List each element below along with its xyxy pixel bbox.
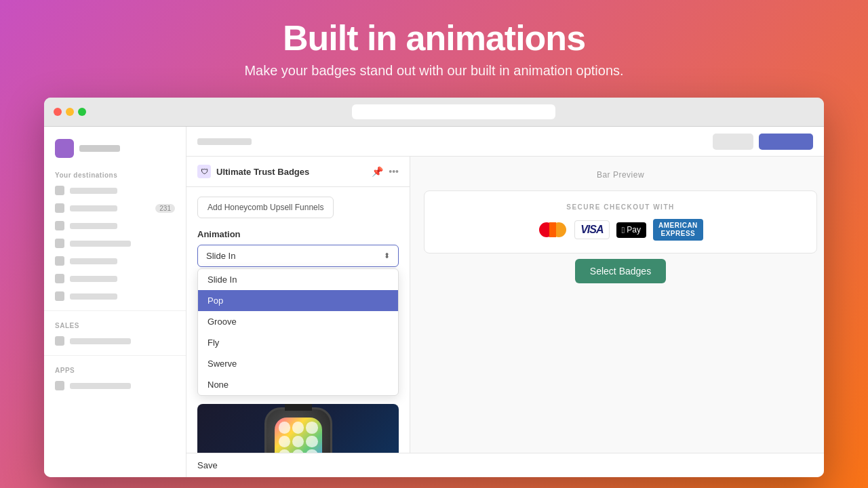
traffic-light-red[interactable] — [54, 108, 62, 116]
sidebar-label-content — [70, 258, 117, 264]
pin-icon[interactable]: 📌 — [372, 166, 383, 177]
app-icon — [55, 381, 64, 390]
content-area: 🛡 Ultimate Trust Badges 📌 ••• Add Honeyc… — [186, 157, 824, 453]
animation-select[interactable]: Slide In ⬍ — [197, 245, 399, 267]
content-icon — [55, 256, 64, 266]
product-section: Sell more with Honeycomb Upsell Funnels. — [186, 404, 410, 453]
sidebar-label-analytics — [70, 293, 117, 300]
browser-window: Your destinations 231 — [44, 98, 824, 477]
header-title — [197, 138, 252, 145]
sidebar-label-customers — [70, 241, 131, 247]
traffic-light-green[interactable] — [78, 108, 86, 116]
select-wrapper: Slide In ⬍ Slide In Pop Groove Fly Swerv… — [197, 245, 399, 267]
sidebar-section-destinations: Your destinations — [44, 166, 186, 182]
dropdown-item-fly[interactable]: Fly — [198, 332, 398, 353]
panel-body: Add Honeycomb Upsell Funnels Animation S… — [186, 187, 410, 282]
dropdown-item-pop[interactable]: Pop — [198, 290, 398, 311]
browser-chrome — [44, 98, 824, 127]
left-panel: 🛡 Ultimate Trust Badges 📌 ••• Add Honeyc… — [186, 157, 410, 453]
hero-title: Built in animations — [244, 19, 623, 58]
hero-subtitle: Make your badges stand out with our buil… — [244, 63, 623, 79]
amex-label-1: AMERICAN — [658, 222, 698, 230]
sidebar-label-online-store — [70, 338, 131, 344]
sidebar-item-customers[interactable] — [44, 235, 186, 252]
panel-title-row: 🛡 Ultimate Trust Badges — [197, 165, 309, 178]
store-icon — [55, 336, 64, 346]
mastercard-badge — [538, 220, 568, 239]
preview-area: Bar Preview SECURE CHECKOUT WITH — [410, 157, 824, 453]
dropdown-item-swerve[interactable]: Swerve — [198, 353, 398, 374]
applepay-badge:  Pay — [616, 222, 646, 238]
select-badges-button[interactable]: Select Badges — [575, 259, 666, 283]
home-icon — [55, 186, 64, 195]
bar-preview-label: Bar Preview — [597, 170, 644, 180]
amex-badge: AMERICAN EXPRESS — [653, 219, 703, 241]
panel-actions: 📌 ••• — [372, 166, 399, 177]
mc-overlap — [549, 222, 556, 237]
orders-badge: 231 — [155, 204, 175, 213]
sidebar-label-products — [70, 223, 117, 229]
sidebar-label-marketing — [70, 276, 117, 282]
products-icon — [55, 221, 64, 230]
animation-dropdown: Slide In Pop Groove Fly Swerve None — [197, 268, 399, 396]
sidebar-label-home — [70, 188, 117, 194]
app-header — [186, 127, 824, 157]
apple-logo-icon:  — [622, 225, 625, 235]
marketing-icon — [55, 274, 64, 283]
sidebar-item-analytics[interactable] — [44, 287, 186, 305]
payment-badges: VISA  Pay AMERICAN EXPRESS — [538, 219, 703, 241]
app-dot-3 — [306, 422, 317, 433]
sidebar-logo — [44, 135, 186, 166]
sidebar-item-home[interactable] — [44, 182, 186, 199]
sidebar-item-online-store[interactable] — [44, 332, 186, 350]
save-bar: Save — [186, 453, 824, 477]
animation-selected-value: Slide In — [206, 251, 235, 261]
app-dot-5 — [292, 436, 304, 447]
dropdown-item-none[interactable]: None — [198, 374, 398, 395]
app-dot-8 — [292, 449, 304, 453]
sidebar-divider-2 — [44, 355, 186, 356]
sidebar-label-orders — [70, 205, 117, 211]
panel-header: 🛡 Ultimate Trust Badges 📌 ••• — [186, 157, 410, 187]
traffic-light-yellow[interactable] — [66, 108, 74, 116]
sidebar: Your destinations 231 — [44, 127, 186, 477]
main-content: 🛡 Ultimate Trust Badges 📌 ••• Add Honeyc… — [186, 127, 824, 477]
sidebar-item-trust-badges[interactable] — [44, 377, 186, 394]
honeycomb-btn[interactable]: Add Honeycomb Upsell Funnels — [197, 197, 334, 218]
orders-icon — [55, 203, 64, 213]
sidebar-item-products[interactable] — [44, 217, 186, 235]
save-text: Save — [197, 460, 218, 470]
dropdown-item-groove[interactable]: Groove — [198, 311, 398, 332]
sidebar-item-marketing[interactable] — [44, 270, 186, 287]
sidebar-item-content[interactable] — [44, 252, 186, 270]
app-dot-7 — [279, 449, 290, 453]
bar-preview-card: SECURE CHECKOUT WITH VISA — [424, 190, 817, 253]
header-btn-primary[interactable] — [759, 134, 813, 150]
animation-label: Animation — [197, 229, 399, 239]
app-dot-6 — [306, 436, 317, 447]
select-arrow-icon: ⬍ — [384, 251, 390, 260]
app-dot-4 — [279, 436, 290, 447]
product-image — [197, 404, 399, 453]
honeycomb-btn-label: Add Honeycomb Upsell Funnels — [208, 203, 323, 212]
hero-section: Built in animations Make your badges sta… — [231, 0, 637, 92]
browser-url-bar[interactable] — [352, 104, 555, 119]
app-dot-9 — [306, 449, 317, 453]
visa-badge: VISA — [574, 220, 609, 239]
app-dot-2 — [292, 422, 304, 433]
logo-box — [55, 139, 74, 158]
customers-icon — [55, 239, 64, 248]
secure-checkout-text: SECURE CHECKOUT WITH — [566, 203, 674, 211]
logo-text — [79, 145, 120, 152]
sidebar-item-orders[interactable]: 231 — [44, 199, 186, 217]
watch-screen — [275, 418, 322, 453]
traffic-lights — [54, 108, 86, 116]
header-btn-secondary[interactable] — [713, 134, 753, 150]
more-icon[interactable]: ••• — [389, 166, 399, 177]
browser-content: Your destinations 231 — [44, 127, 824, 477]
panel-title: Ultimate Trust Badges — [216, 167, 309, 177]
dropdown-item-slide-in[interactable]: Slide In — [198, 269, 398, 290]
sidebar-section-sales: SALES — [44, 317, 186, 332]
sidebar-section-apps: APPS — [44, 361, 186, 377]
sidebar-label-trust-badges — [70, 383, 131, 389]
